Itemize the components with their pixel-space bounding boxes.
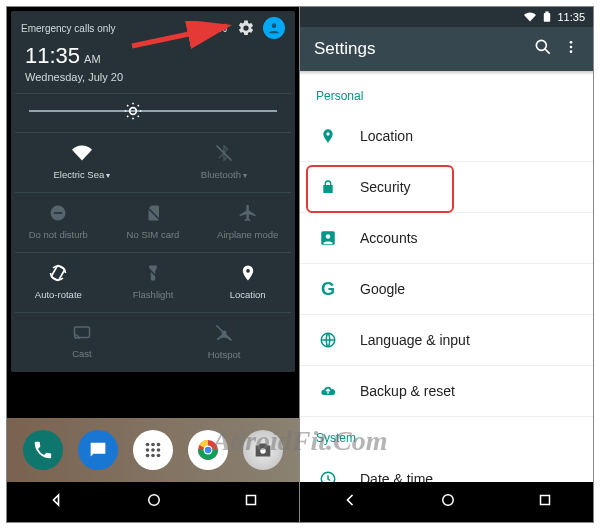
svg-point-36 [570, 50, 573, 53]
svg-point-25 [205, 447, 211, 453]
tile-rotate-label: Auto-rotate [35, 289, 82, 300]
svg-point-20 [151, 454, 155, 458]
svg-point-15 [157, 443, 161, 447]
app-messages[interactable] [78, 430, 118, 470]
svg-point-3 [130, 108, 137, 115]
tile-airplane[interactable]: Airplane mode [200, 193, 295, 252]
clock-block[interactable]: 11:35 AM Wednesday, July 20 [11, 39, 295, 93]
item-language[interactable]: Language & input [300, 315, 593, 366]
svg-point-16 [146, 448, 150, 452]
airplane-icon [238, 203, 258, 223]
user-avatar[interactable] [263, 17, 285, 39]
svg-rect-42 [540, 496, 549, 505]
app-dock [7, 418, 299, 482]
bluetooth-off-icon [214, 143, 234, 163]
tile-dnd[interactable]: Do not disturb [11, 193, 106, 252]
tile-hotspot[interactable]: Hotspot [153, 313, 295, 372]
svg-point-35 [570, 46, 573, 49]
item-language-label: Language & input [360, 332, 470, 348]
nav-back[interactable] [46, 490, 66, 514]
app-bar: Settings [300, 27, 593, 71]
gear-icon[interactable] [235, 17, 257, 39]
svg-rect-6 [54, 212, 62, 214]
status-time: 11:35 [557, 11, 585, 23]
item-location[interactable]: Location [300, 111, 593, 162]
app-drawer[interactable] [133, 430, 173, 470]
item-accounts-label: Accounts [360, 230, 418, 246]
nav-home[interactable] [145, 491, 163, 513]
backup-icon [318, 383, 338, 399]
svg-rect-30 [544, 13, 550, 22]
item-security[interactable]: Security [300, 162, 593, 213]
app-camera[interactable] [243, 430, 283, 470]
tile-sim[interactable]: No SIM card [106, 193, 201, 252]
tile-wifi-label: Electric Sea [54, 169, 111, 180]
dnd-icon [48, 203, 68, 223]
svg-line-33 [545, 49, 550, 54]
app-chrome[interactable] [188, 430, 228, 470]
settings-list: Personal Location Security Accounts G Go… [300, 75, 593, 504]
battery-pct: 93% [207, 23, 227, 34]
tile-wifi[interactable]: Electric Sea [11, 133, 153, 192]
rotate-icon [48, 263, 68, 283]
item-accounts[interactable]: Accounts [300, 213, 593, 264]
nav-recent[interactable] [242, 491, 260, 513]
account-icon [318, 229, 338, 247]
tile-cast[interactable]: Cast [11, 313, 153, 372]
app-phone[interactable] [23, 430, 63, 470]
battery-icon [194, 22, 204, 34]
overflow-icon[interactable] [563, 37, 579, 61]
svg-rect-31 [546, 11, 549, 13]
svg-rect-10 [75, 327, 90, 338]
svg-point-14 [151, 443, 155, 447]
sim-off-icon [144, 203, 162, 223]
brightness-thumb-icon[interactable] [122, 100, 144, 122]
tile-flashlight[interactable]: Flashlight [106, 253, 201, 312]
tile-bluetooth[interactable]: Bluetooth [153, 133, 295, 192]
search-icon[interactable] [533, 37, 553, 61]
svg-point-21 [157, 454, 161, 458]
cast-icon [71, 324, 93, 342]
battery-status-icon [543, 11, 551, 23]
hotspot-off-icon [213, 323, 235, 343]
svg-point-17 [151, 448, 155, 452]
svg-rect-0 [195, 24, 203, 34]
carrier-status: Emergency calls only [21, 23, 194, 34]
tile-airplane-label: Airplane mode [217, 229, 278, 240]
svg-point-27 [149, 495, 160, 506]
svg-point-13 [146, 443, 150, 447]
phone-settings: 11:35 Settings Personal Location Securit… [300, 7, 593, 522]
section-system: System [300, 417, 593, 453]
tile-bluetooth-label: Bluetooth [201, 169, 247, 180]
phone-quicksettings: Emergency calls only 93% 11:35 AM Wednes… [7, 7, 300, 522]
brightness-slider[interactable] [29, 100, 277, 122]
google-icon: G [318, 279, 338, 300]
tile-dnd-label: Do not disturb [29, 229, 88, 240]
time: 11:35 [25, 43, 80, 69]
nav-home[interactable] [439, 491, 457, 513]
svg-point-38 [326, 234, 331, 239]
battery-indicator: 93% [194, 22, 227, 34]
item-backup[interactable]: Backup & reset [300, 366, 593, 417]
page-title: Settings [314, 39, 523, 59]
svg-point-19 [146, 454, 150, 458]
svg-point-18 [157, 448, 161, 452]
flashlight-icon [144, 263, 162, 283]
tile-location[interactable]: Location [200, 253, 295, 312]
svg-point-26 [261, 448, 267, 454]
svg-point-41 [442, 495, 453, 506]
nav-back[interactable] [340, 490, 360, 514]
item-security-label: Security [360, 179, 411, 195]
tile-rotate[interactable]: Auto-rotate [11, 253, 106, 312]
nav-recent[interactable] [536, 491, 554, 513]
item-backup-label: Backup & reset [360, 383, 455, 399]
tile-sim-label: No SIM card [127, 229, 180, 240]
status-bar: 11:35 [300, 7, 593, 27]
item-google-label: Google [360, 281, 405, 297]
item-google[interactable]: G Google [300, 264, 593, 315]
date: Wednesday, July 20 [25, 71, 281, 83]
tile-hotspot-label: Hotspot [208, 349, 241, 360]
tile-location-label: Location [230, 289, 266, 300]
nav-bar-right [300, 482, 593, 522]
nav-bar [7, 482, 299, 522]
